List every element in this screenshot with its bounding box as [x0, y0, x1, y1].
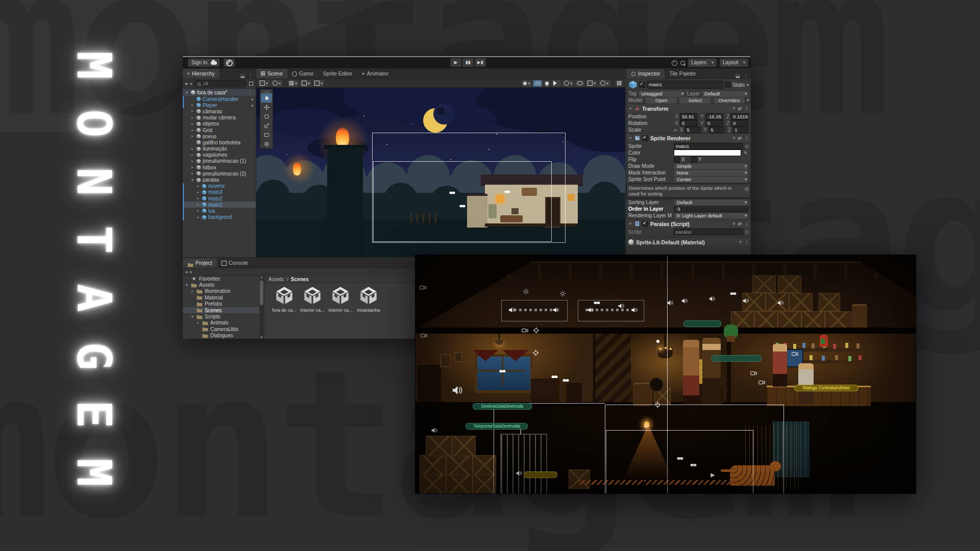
speaker-gizmo-icon[interactable] [681, 297, 688, 306]
grid-visibility-button[interactable] [616, 80, 623, 87]
expand-triangle-icon[interactable]: ▸ [196, 184, 200, 188]
scene-asset-moantanha[interactable]: moantanha [356, 285, 381, 313]
grid-erase-button[interactable]: ▾ [300, 80, 311, 87]
hierarchy-item-mato3[interactable]: ▸mato3 [183, 189, 256, 195]
scroll-up-icon[interactable]: ▲ [259, 276, 264, 279]
project-folder-Material[interactable]: Material [183, 294, 259, 300]
camera-gizmo-icon[interactable] [420, 284, 426, 293]
scene-audio-toggle[interactable] [552, 80, 561, 87]
object-picker-icon[interactable]: ⊙ [745, 230, 749, 235]
object-name-field[interactable]: mato1 [647, 81, 723, 89]
expand-triangle-icon[interactable]: ▸ [190, 147, 194, 151]
expand-triangle-icon[interactable]: ▸ [196, 215, 200, 219]
hierarchy-item-Player[interactable]: ▸Player▸ [183, 102, 256, 108]
moth-gizmo-icon[interactable] [562, 377, 569, 386]
scene-canvas[interactable] [256, 88, 625, 258]
play-button[interactable]: ▶ [450, 58, 461, 67]
expand-triangle-icon[interactable]: ▸ [190, 171, 194, 176]
brush-tool-button[interactable]: ▾ [258, 80, 270, 87]
create-add-button[interactable]: + [185, 269, 188, 275]
scale-y-field[interactable]: 5 [708, 127, 725, 133]
rotation-y-field[interactable]: 0 [705, 120, 723, 127]
crosshair-gizmo-icon[interactable] [532, 349, 539, 358]
step-button[interactable]: ▶▮ [475, 58, 486, 67]
script-object-field[interactable]: paralax [674, 229, 743, 235]
hierarchy-item-gatilho borboleta[interactable]: gatilho borboleta [183, 139, 256, 145]
rendering-layer-dropdown[interactable]: 0: Light Layer default [674, 212, 749, 219]
moth-gizmo-icon[interactable] [677, 455, 683, 464]
component-enabled-checkbox[interactable] [642, 221, 648, 227]
sort-point-dropdown[interactable]: Center [674, 176, 749, 183]
speaker-gizmo-icon[interactable] [451, 385, 462, 398]
layer-dropdown[interactable]: Default [701, 90, 749, 97]
scene-lighting-toggle[interactable] [544, 80, 550, 87]
model-select-button[interactable]: Select [679, 96, 711, 104]
tab-hierarchy[interactable]: ≡Hierarchy [183, 69, 219, 79]
project-tree-scrollbar[interactable]: ▲ ▼ [259, 276, 264, 339]
sprite-tool-button[interactable]: ▾ [271, 80, 282, 87]
tab-sprite-editor[interactable]: Sprite Editor [318, 69, 357, 79]
help-icon[interactable]: ? [732, 136, 736, 141]
kebab-menu-icon[interactable]: ⋮ [248, 73, 253, 79]
position-z-field[interactable]: 0.1519 [731, 113, 749, 120]
crosshair-gizmo-icon[interactable] [533, 327, 540, 336]
speaker-gizmo-icon[interactable] [552, 306, 559, 315]
sprite-object-field[interactable]: mato1 [674, 143, 743, 149]
hierarchy-item-nuvens[interactable]: ▸nuvens [183, 183, 256, 189]
2d-mode-toggle[interactable]: 2D [533, 80, 542, 87]
expand-triangle-icon[interactable]: ▸ [190, 289, 194, 293]
tab-scene[interactable]: Scene [256, 69, 287, 79]
camera-gizmo-icon[interactable] [522, 327, 528, 336]
expand-triangle-icon[interactable]: ▸ [196, 190, 200, 194]
tab-console[interactable]: Console [217, 258, 253, 268]
picking-toggle-icon[interactable] [249, 82, 253, 86]
rotation-z-field[interactable]: 0 [731, 120, 749, 127]
visibility-toggle[interactable] [575, 80, 584, 87]
hierarchy-item-CameraHandler[interactable]: CameraHandler▸ [183, 96, 256, 102]
hierarchy-item-mudar câmera[interactable]: ▸mudar câmera [183, 115, 256, 121]
hierarchy-scene-row[interactable]: ▼ fora de casa* ⋮ [183, 89, 256, 96]
presets-icon[interactable]: ⇄ [738, 106, 742, 111]
mirror-tool-button[interactable]: ▾ [313, 80, 324, 87]
green-trigger-label[interactable]: DesbriaSalaDestruida [473, 403, 532, 410]
search-icon[interactable] [680, 61, 685, 65]
hierarchy-item-paralax[interactable]: ▼paralax [183, 177, 256, 183]
arrow-gizmo-icon[interactable] [709, 471, 716, 481]
sprite-renderer-component-header[interactable]: ▼ Sprite Renderer ?⇄⋮ [626, 133, 751, 143]
breadcrumb-root[interactable]: Assets [268, 277, 284, 282]
expand-triangle-icon[interactable]: ▸ [190, 128, 194, 132]
hand-tool-button[interactable] [261, 93, 272, 103]
lock-icon[interactable]: ⬓ [240, 73, 245, 79]
camera-gizmo-icon[interactable] [750, 369, 757, 379]
hierarchy-item-lua[interactable]: ▸lua [183, 208, 256, 214]
project-folder-Scripts[interactable]: ▼Scripts [183, 313, 259, 319]
scroll-down-icon[interactable]: ▼ [259, 336, 264, 339]
yellow-trigger-label[interactable] [524, 471, 557, 478]
hierarchy-item-vagalumes[interactable]: ▸vagalumes [183, 152, 256, 158]
tab-project[interactable]: Project [183, 258, 217, 268]
transform-tool-button[interactable] [261, 139, 272, 148]
moth-gizmo-icon[interactable] [551, 373, 558, 382]
model-overrides-button[interactable]: Overrides [713, 96, 745, 104]
hierarchy-item-Grid[interactable]: ▸Grid [183, 127, 256, 133]
scene-asset-interior ca...[interactable]: interior ca... [300, 285, 325, 313]
cloud-services-button[interactable] [208, 59, 219, 67]
green-trigger-label[interactable]: TeleporterSalaDestruida [465, 423, 528, 430]
project-folder-Scenes[interactable]: Scenes [183, 307, 259, 313]
hierarchy-item-pneuiluminacao (1)[interactable]: ▸pneuiluminacao (1) [183, 158, 256, 164]
camera-gizmo-icon[interactable] [792, 350, 798, 359]
foldout-triangle-icon[interactable]: ▼ [628, 222, 632, 226]
camera-settings-dropdown[interactable]: ▾ [586, 80, 597, 87]
hierarchy-item-objetos[interactable]: ▸objetos [183, 121, 256, 127]
prefab-nav-arrow-icon[interactable]: ▸ [252, 97, 256, 102]
expand-triangle-icon[interactable]: ▸ [190, 159, 194, 163]
hierarchy-item-mato1[interactable]: ▸mato1 [183, 202, 256, 208]
expand-triangle-icon[interactable]: ▸ [190, 153, 194, 157]
light-gizmo-icon[interactable] [559, 290, 566, 299]
tag-dropdown[interactable]: Untagged [638, 90, 685, 97]
layers-dropdown[interactable]: Layers▾ [688, 59, 717, 67]
crosshair-gizmo-icon[interactable] [654, 401, 661, 410]
rotate-tool-button[interactable] [261, 112, 272, 121]
camera-gizmo-icon[interactable] [421, 332, 427, 341]
prefab-nav-arrow-icon[interactable]: ▸ [252, 103, 256, 108]
